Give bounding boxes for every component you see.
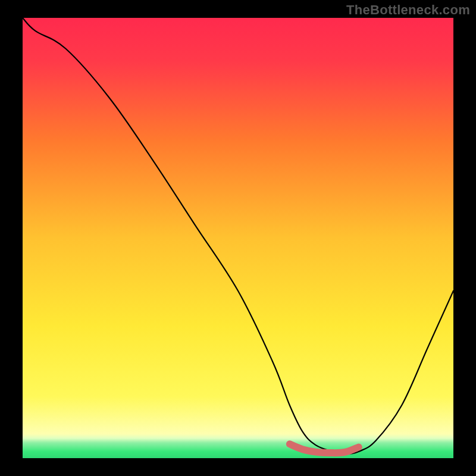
chart-svg bbox=[23, 18, 453, 458]
chart-container: TheBottleneck.com bbox=[0, 0, 476, 476]
watermark-text: TheBottleneck.com bbox=[346, 2, 470, 18]
gradient-background bbox=[23, 18, 453, 458]
plot-area bbox=[23, 18, 453, 458]
